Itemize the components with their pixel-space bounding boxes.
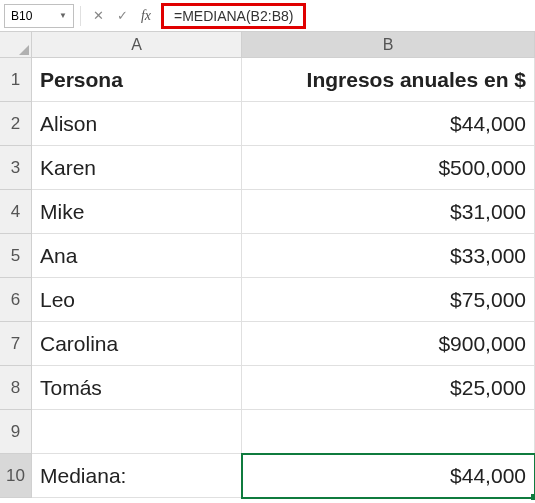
formula-bar: B10 ▼ ✕ ✓ fx =MEDIANA(B2:B8) [0,0,535,32]
row-header[interactable]: 4 [0,190,32,234]
cell-a6[interactable]: Leo [32,278,242,322]
row-header[interactable]: 5 [0,234,32,278]
row-header[interactable]: 6 [0,278,32,322]
cell-b4[interactable]: $31,000 [242,190,535,234]
cell-b5[interactable]: $33,000 [242,234,535,278]
chevron-down-icon: ▼ [59,11,67,20]
cell-b7[interactable]: $900,000 [242,322,535,366]
row-header[interactable]: 8 [0,366,32,410]
row-header[interactable]: 9 [0,410,32,454]
cell-a5[interactable]: Ana [32,234,242,278]
row-header[interactable]: 7 [0,322,32,366]
formula-text: =MEDIANA(B2:B8) [174,8,293,24]
cell-a9[interactable] [32,410,242,454]
cell-b8[interactable]: $25,000 [242,366,535,410]
cell-b2[interactable]: $44,000 [242,102,535,146]
cell-b3[interactable]: $500,000 [242,146,535,190]
row-header[interactable]: 10 [0,454,32,498]
spreadsheet-grid: A B 1 Persona Ingresos anuales en $ 2 Al… [0,32,535,498]
fx-icon[interactable]: fx [135,5,157,27]
row-header[interactable]: 2 [0,102,32,146]
row-header[interactable]: 1 [0,58,32,102]
cell-b6[interactable]: $75,000 [242,278,535,322]
cell-a8[interactable]: Tomás [32,366,242,410]
col-header-b[interactable]: B [242,32,535,58]
col-header-a[interactable]: A [32,32,242,58]
cancel-icon[interactable]: ✕ [87,5,109,27]
cell-a1[interactable]: Persona [32,58,242,102]
cell-a4[interactable]: Mike [32,190,242,234]
cell-a7[interactable]: Carolina [32,322,242,366]
separator [80,6,81,26]
cell-a3[interactable]: Karen [32,146,242,190]
cell-a10[interactable]: Mediana: [32,454,242,498]
cell-b10-selected[interactable]: $44,000 [242,454,535,498]
row-header[interactable]: 3 [0,146,32,190]
formula-input[interactable]: =MEDIANA(B2:B8) [161,3,306,29]
cell-b1[interactable]: Ingresos anuales en $ [242,58,535,102]
name-box[interactable]: B10 ▼ [4,4,74,28]
name-box-value: B10 [11,9,32,23]
check-icon[interactable]: ✓ [111,5,133,27]
cell-b9[interactable] [242,410,535,454]
select-all-corner[interactable] [0,32,32,58]
cell-a2[interactable]: Alison [32,102,242,146]
